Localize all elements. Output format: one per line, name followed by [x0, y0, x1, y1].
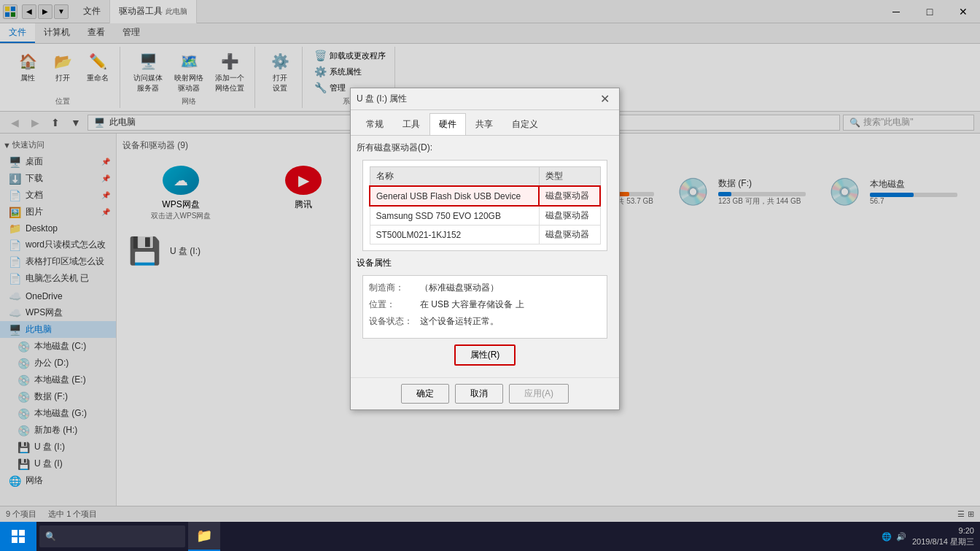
date-display: 2019/8/14 星期三 — [912, 536, 974, 547]
taskbar: 🔍 📁 🌐 🔊 9:20 2019/8/14 星期三 — [0, 522, 980, 551]
device-table: 名称 类型 General USB Flash Disk USB Device … — [369, 166, 601, 244]
u-disk-properties-dialog: U 盘 (I:) 属性 ✕ 常规 工具 硬件 共享 自定义 所有磁盘驱动器(D)… — [350, 88, 620, 410]
dialog-title: U 盘 (I:) 属性 — [357, 93, 596, 105]
properties-r-button[interactable]: 属性(R) — [454, 344, 516, 366]
device-props-container: 制造商： （标准磁盘驱动器） 位置： 在 USB 大容量存储设备 上 设备状态：… — [362, 275, 607, 339]
col-name: 名称 — [370, 167, 539, 187]
taskbar-volume-icon: 🔊 — [896, 532, 906, 542]
device-st-name: ST500LM021-1KJ152 — [370, 226, 539, 244]
dialog-tab-hardware-content: 所有磁盘驱动器(D): 名称 类型 General USB Flash Disk… — [351, 136, 619, 377]
dialog-device-table-container: 名称 类型 General USB Flash Disk USB Device … — [362, 160, 607, 251]
prop-location-row: 位置： 在 USB 大容量存储设备 上 — [369, 298, 601, 311]
taskbar-app-explorer[interactable]: 📁 — [188, 522, 220, 551]
dialog-cancel-button[interactable]: 取消 — [455, 384, 503, 404]
prop-status-value: 这个设备运转正常。 — [420, 315, 601, 328]
taskbar-search-icon: 🔍 — [45, 531, 56, 542]
taskbar-apps: 📁 — [188, 522, 220, 551]
time-display: 9:20 — [912, 525, 974, 536]
prop-manufacturer-row: 制造商： （标准磁盘驱动器） — [369, 282, 601, 294]
dialog-ok-button[interactable]: 确定 — [401, 384, 449, 404]
device-samsung-type: 磁盘驱动器 — [539, 206, 600, 226]
taskbar-network-icon: 🌐 — [882, 532, 892, 542]
svg-rect-6 — [12, 537, 18, 543]
prop-manufacturer-label: 制造商： — [369, 282, 420, 294]
dialog-titlebar: U 盘 (I:) 属性 ✕ — [351, 88, 619, 110]
dialog-section-all-drives: 所有磁盘驱动器(D): — [357, 142, 613, 154]
dialog-tab-hardware[interactable]: 硬件 — [429, 113, 466, 135]
prop-location-value: 在 USB 大容量存储设备 上 — [420, 298, 601, 311]
device-usb-type: 磁盘驱动器 — [539, 186, 600, 206]
dialog-tabs: 常规 工具 硬件 共享 自定义 — [351, 110, 619, 136]
dialog-close-button[interactable]: ✕ — [596, 90, 613, 108]
dialog-footer: 确定 取消 应用(A) — [351, 377, 619, 409]
dialog-tab-share[interactable]: 共享 — [466, 113, 502, 135]
svg-rect-5 — [19, 530, 25, 536]
col-type: 类型 — [539, 167, 600, 187]
device-row-samsung[interactable]: Samsung SSD 750 EVO 120GB 磁盘驱动器 — [370, 206, 600, 226]
taskbar-system-icons: 🌐 🔊 — [882, 532, 906, 542]
prop-status-row: 设备状态： 这个设备运转正常。 — [369, 315, 601, 328]
explorer-icon: 📁 — [196, 528, 212, 544]
taskbar-right: 🌐 🔊 9:20 2019/8/14 星期三 — [882, 525, 980, 548]
device-samsung-name: Samsung SSD 750 EVO 120GB — [370, 206, 539, 226]
svg-rect-7 — [19, 537, 25, 543]
dialog-tab-tools[interactable]: 工具 — [393, 113, 429, 135]
device-st-type: 磁盘驱动器 — [539, 226, 600, 244]
taskbar-time: 9:20 2019/8/14 星期三 — [912, 525, 974, 548]
svg-rect-4 — [12, 530, 18, 536]
device-usb-name: General USB Flash Disk USB Device — [370, 186, 539, 206]
device-row-st[interactable]: ST500LM021-1KJ152 磁盘驱动器 — [370, 226, 600, 244]
taskbar-search[interactable]: 🔍 — [39, 525, 185, 547]
dialog-properties-btn-row: 属性(R) — [362, 344, 607, 366]
dialog-tab-custom[interactable]: 自定义 — [502, 113, 548, 135]
prop-manufacturer-value: （标准磁盘驱动器） — [420, 282, 601, 294]
device-row-usb[interactable]: General USB Flash Disk USB Device 磁盘驱动器 — [370, 186, 600, 206]
dialog-apply-button[interactable]: 应用(A) — [509, 384, 569, 404]
dialog-tab-general[interactable]: 常规 — [357, 113, 393, 135]
props-section-title: 设备属性 — [357, 257, 613, 269]
prop-location-label: 位置： — [369, 298, 420, 311]
start-button[interactable] — [0, 522, 36, 551]
prop-status-label: 设备状态： — [369, 315, 420, 328]
